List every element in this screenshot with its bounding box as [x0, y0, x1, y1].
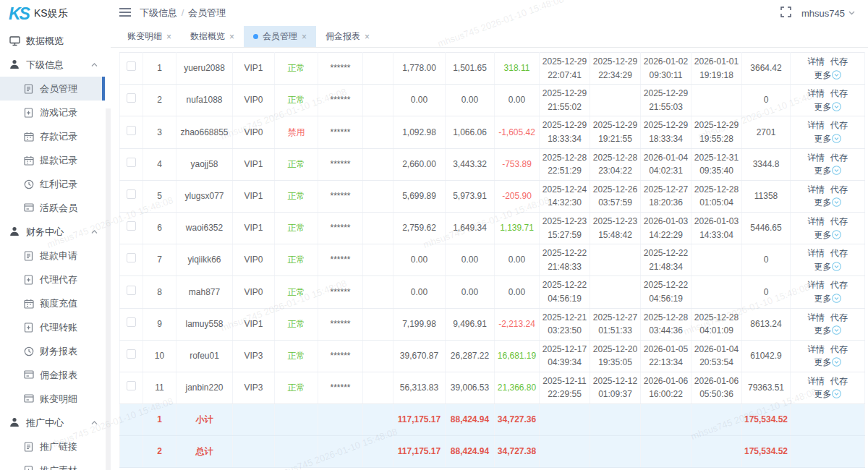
cell-username: nufa1088 [176, 85, 233, 116]
deposit-link[interactable]: 代存 [830, 56, 848, 67]
sidebar-scrollbar[interactable] [106, 108, 111, 470]
row-checkbox[interactable] [127, 158, 136, 167]
user-menu[interactable]: mhsus745 [801, 8, 855, 19]
tab-bar: 账变明细×数据概览×会员管理×佣金报表× [111, 26, 868, 48]
deposit-link[interactable]: 代存 [830, 88, 848, 98]
sidebar-item-下级信息[interactable]: 下级信息 [0, 53, 105, 77]
cell-amount: 79363.51 [742, 372, 791, 403]
sidebar-item-财务报表[interactable]: 财务报表 [0, 339, 105, 363]
sidebar-item-财务中心[interactable]: 财务中心 [0, 220, 105, 244]
sidebar-item-提款申请[interactable]: 提款申请 [0, 244, 105, 268]
more-link[interactable]: 更多 [814, 294, 841, 304]
sidebar-item-红利记录[interactable]: 红利记录 [0, 172, 105, 196]
deposit-link[interactable]: 代存 [830, 248, 848, 258]
tab-close-icon[interactable]: × [166, 33, 171, 41]
more-link[interactable]: 更多 [814, 389, 841, 399]
detail-link[interactable]: 详情 [807, 312, 825, 322]
tab-佣金报表[interactable]: 佣金报表× [316, 26, 379, 47]
sidebar-item-代理代存[interactable]: 代理代存 [0, 268, 105, 291]
cell-date-3: 2025-12-29 21:55:03 [641, 85, 692, 116]
more-link[interactable]: 更多 [814, 134, 841, 144]
sidebar-item-游戏记录[interactable]: 游戏记录 [0, 101, 105, 124]
sidebar-item-label: 会员管理 [40, 82, 77, 95]
row-checkbox[interactable] [127, 286, 136, 295]
deposit-link[interactable]: 代存 [830, 153, 848, 163]
detail-link[interactable]: 详情 [807, 56, 825, 67]
more-link[interactable]: 更多 [814, 102, 841, 112]
row-checkbox[interactable] [127, 126, 136, 135]
detail-link[interactable]: 详情 [807, 376, 825, 386]
more-link[interactable]: 更多 [814, 230, 841, 240]
sidebar-item-数据概览[interactable]: 数据概览 [0, 29, 105, 53]
sidebar-item-存款记录[interactable]: 存款记录 [0, 124, 105, 148]
username-label: mhsus745 [801, 8, 845, 19]
detail-link[interactable]: 详情 [807, 344, 825, 354]
cell-date-3: 2026-01-06 16:00:22 [641, 372, 692, 403]
cell-date-2: 2025-12-28 23:04:22 [590, 148, 641, 180]
more-label: 更多 [814, 389, 832, 399]
sidebar-item-推广素材[interactable]: 推广素材 [0, 458, 105, 470]
detail-link[interactable]: 详情 [807, 280, 825, 290]
tab-会员管理[interactable]: 会员管理× [244, 26, 316, 47]
sidebar-item-推广链接[interactable]: 推广链接 [0, 435, 105, 458]
row-checkbox[interactable] [127, 381, 136, 390]
fullscreen-icon[interactable] [780, 7, 791, 20]
more-link[interactable]: 更多 [814, 197, 841, 208]
sidebar-item-额度充值[interactable]: 额度充值 [0, 291, 105, 315]
tab-close-icon[interactable]: × [229, 33, 234, 41]
detail-link[interactable]: 详情 [807, 184, 825, 195]
sidebar-item-推广中心[interactable]: 推广中心 [0, 411, 105, 435]
row-checkbox[interactable] [127, 221, 136, 231]
row-checkbox[interactable] [127, 253, 136, 262]
row-checkbox[interactable] [127, 61, 136, 71]
deposit-link[interactable]: 代存 [830, 312, 848, 322]
cell-date-2 [590, 244, 641, 276]
detail-link[interactable]: 详情 [807, 153, 825, 163]
menu-collapse-icon[interactable] [119, 7, 131, 20]
breadcrumb-current: 会员管理 [188, 7, 226, 18]
detail-link[interactable]: 详情 [807, 88, 825, 98]
cell-amount: 8613.24 [742, 308, 791, 340]
cell-index: 1 [143, 404, 176, 436]
more-link[interactable]: 更多 [814, 70, 841, 80]
detail-link[interactable]: 详情 [807, 120, 825, 130]
tab-close-icon[interactable]: × [302, 33, 307, 41]
deposit-link[interactable]: 代存 [830, 120, 848, 130]
more-link[interactable]: 更多 [814, 166, 841, 176]
row-checkbox[interactable] [127, 349, 136, 359]
detail-link[interactable]: 详情 [807, 216, 825, 226]
deposit-link[interactable]: 代存 [830, 280, 848, 290]
sidebar-item-提款记录[interactable]: 提款记录 [0, 148, 105, 172]
detail-link[interactable]: 详情 [807, 248, 825, 258]
cell-vip-level: VIP3 [233, 340, 275, 372]
sidebar-item-label: 财务报表 [40, 345, 77, 358]
sidebar-item-佣金报表[interactable]: 佣金报表 [0, 363, 105, 387]
more-link[interactable]: 更多 [814, 262, 841, 272]
more-link[interactable]: 更多 [814, 325, 841, 336]
sidebar-item-账变明细[interactable]: 账变明细 [0, 387, 105, 411]
more-link[interactable]: 更多 [814, 357, 841, 367]
tab-close-icon[interactable]: × [365, 33, 370, 41]
sidebar-item-代理转账[interactable]: 代理转账 [0, 315, 105, 339]
cell-date-2: 2025-12-29 19:21:55 [590, 116, 641, 148]
cell-username: mah877 [176, 276, 233, 308]
cell-bet-total: 88,424.94 [446, 404, 495, 436]
tab-账变明细[interactable]: 账变明细× [118, 26, 181, 47]
doc-icon [24, 442, 34, 452]
sidebar-item-活跃会员[interactable]: 活跃会员 [0, 196, 105, 220]
cell-date-2: 2025-12-26 03:57:59 [590, 180, 641, 212]
deposit-link[interactable]: 代存 [830, 216, 848, 226]
row-checkbox[interactable] [127, 317, 136, 327]
breadcrumb-parent[interactable]: 下级信息 [140, 7, 177, 18]
sidebar-item-会员管理[interactable]: 会员管理 [0, 77, 105, 101]
cell-actions: 详情 代存 更多 [791, 180, 865, 212]
deposit-link[interactable]: 代存 [830, 376, 848, 386]
row-checkbox[interactable] [127, 189, 136, 199]
cell-date-4: 2025-12-28 04:01:09 [692, 308, 742, 340]
cell-blank [363, 180, 393, 212]
tab-数据概览[interactable]: 数据概览× [181, 26, 244, 47]
deposit-link[interactable]: 代存 [830, 344, 848, 354]
deposit-link[interactable]: 代存 [830, 184, 848, 195]
cell-vip-level: VIP0 [233, 85, 275, 116]
row-checkbox[interactable] [127, 93, 136, 103]
